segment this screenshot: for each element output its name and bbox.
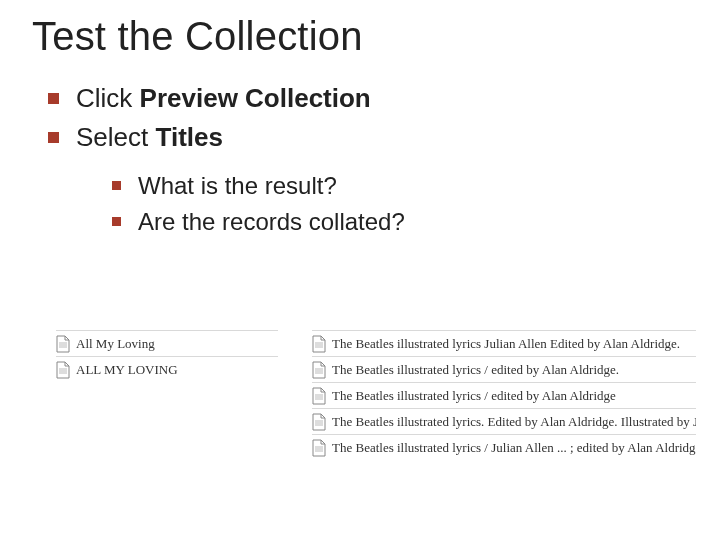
- document-icon: [312, 387, 326, 405]
- bullet-list: Click Preview Collection Select Titles W…: [24, 81, 696, 238]
- list-item-label: All My Loving: [76, 336, 155, 352]
- list-item: The Beatles illustrated lyrics Julian Al…: [312, 330, 696, 356]
- list-item-label: The Beatles illustrated lyrics / edited …: [332, 388, 616, 404]
- list-item: The Beatles illustrated lyrics / edited …: [312, 356, 696, 382]
- results-right-column: The Beatles illustrated lyrics Julian Al…: [312, 330, 696, 460]
- sub-bullet-1: What is the result?: [112, 169, 696, 203]
- bullet-item-1: Click Preview Collection: [48, 81, 696, 116]
- list-item: All My Loving: [56, 330, 278, 356]
- bullet-item-2: Select Titles What is the result? Are th…: [48, 120, 696, 238]
- document-icon: [56, 361, 70, 379]
- sub-bullet-list: What is the result? Are the records coll…: [76, 169, 696, 238]
- list-item: The Beatles illustrated lyrics / edited …: [312, 382, 696, 408]
- document-icon: [56, 335, 70, 353]
- list-item: The Beatles illustrated lyrics / Julian …: [312, 434, 696, 460]
- document-icon: [312, 335, 326, 353]
- bullet-2-pre: Select: [76, 122, 156, 152]
- bullet-1-pre: Click: [76, 83, 140, 113]
- document-icon: [312, 413, 326, 431]
- bullet-1-bold: Preview Collection: [140, 83, 371, 113]
- results-left-column: All My Loving ALL MY LOVING: [56, 330, 278, 460]
- list-item-label: ALL MY LOVING: [76, 362, 178, 378]
- sub-bullet-2: Are the records collated?: [112, 205, 696, 239]
- document-icon: [312, 361, 326, 379]
- slide: Test the Collection Click Preview Collec…: [0, 0, 720, 540]
- slide-title: Test the Collection: [32, 14, 696, 59]
- list-item-label: The Beatles illustrated lyrics. Edited b…: [332, 414, 696, 430]
- list-item-label: The Beatles illustrated lyrics Julian Al…: [332, 336, 680, 352]
- document-icon: [312, 439, 326, 457]
- list-item: ALL MY LOVING: [56, 356, 278, 382]
- list-item-label: The Beatles illustrated lyrics / Julian …: [332, 440, 696, 456]
- results-area: All My Loving ALL MY LOVING The Beatles …: [56, 330, 696, 460]
- list-item-label: The Beatles illustrated lyrics / edited …: [332, 362, 619, 378]
- list-item: The Beatles illustrated lyrics. Edited b…: [312, 408, 696, 434]
- bullet-2-bold: Titles: [156, 122, 223, 152]
